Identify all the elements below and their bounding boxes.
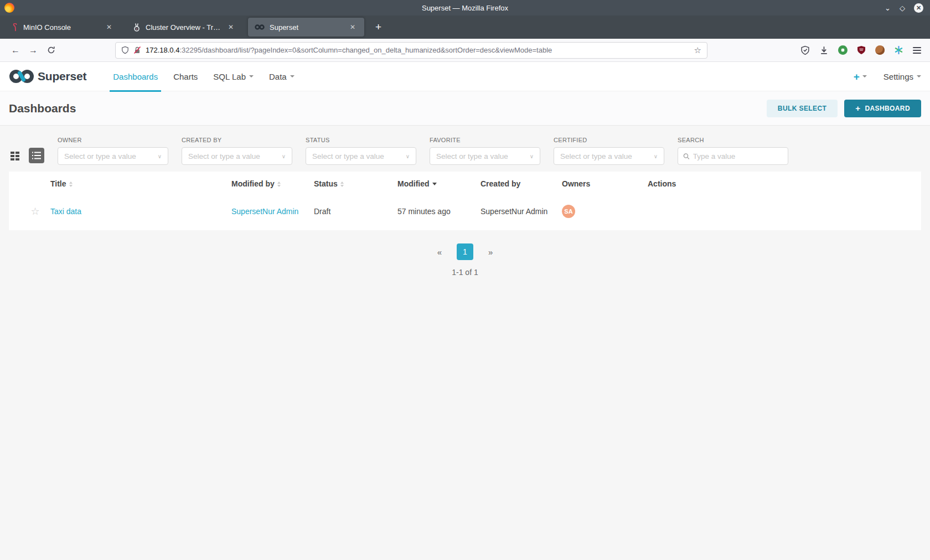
sort-icons	[277, 182, 281, 187]
user-link[interactable]: SupersetNur Admin	[231, 207, 298, 216]
toolbar-extensions	[800, 45, 921, 55]
settings-menu[interactable]: Settings	[884, 72, 921, 81]
shield-check-icon[interactable]	[800, 45, 810, 55]
reload-icon	[47, 46, 55, 54]
filter-label: CREATED BY	[182, 137, 292, 143]
search-icon	[683, 153, 690, 160]
favorite-toggle[interactable]: ☆	[9, 196, 50, 227]
column-label: Modified	[397, 179, 430, 188]
colorful-asterisk-extension-icon[interactable]	[894, 45, 903, 55]
nav-item-sql-lab[interactable]: SQL Lab	[205, 62, 261, 91]
cell-status: Draft	[314, 196, 397, 227]
filter-created-by: CREATED BY Select or type a value ∨	[182, 137, 292, 165]
next-page-button[interactable]: »	[488, 247, 493, 257]
cell-modified-by[interactable]: SupersetNur Admin	[231, 196, 314, 227]
new-dashboard-button[interactable]: + DASHBOARD	[844, 100, 921, 117]
cookie-extension-icon[interactable]	[875, 45, 885, 55]
column-label: Actions	[648, 179, 676, 188]
column-label: Owners	[562, 179, 590, 188]
tab-label: Cluster Overview - Trino	[146, 23, 221, 32]
chevron-down-icon: ∨	[158, 153, 162, 159]
extension-green-icon[interactable]	[838, 45, 848, 55]
sort-icons	[340, 182, 344, 187]
nav-label: Dashboards	[113, 72, 158, 81]
filter-status: STATUS Select or type a value ∨	[306, 137, 416, 165]
ublock-shield-icon[interactable]	[857, 45, 866, 55]
filter-search: SEARCH	[678, 137, 788, 165]
maximize-icon[interactable]: ◇	[900, 4, 905, 12]
superset-logo-infinity-icon	[9, 69, 34, 84]
list-view-icon-active[interactable]	[29, 148, 44, 163]
chevron-down-icon: ∨	[530, 153, 534, 159]
bulk-select-button[interactable]: BULK SELECT	[767, 100, 838, 117]
cell-created-by: SupersetNur Admin	[480, 196, 562, 227]
menu-hamburger-icon[interactable]	[913, 47, 921, 54]
superset-brand[interactable]: Superset	[9, 69, 86, 84]
tracking-shield-icon	[121, 46, 129, 54]
new-dashboard-label: DASHBOARD	[865, 105, 910, 112]
header-title[interactable]: Title	[50, 172, 231, 196]
bookmark-star-icon[interactable]: ☆	[694, 45, 701, 55]
tab-close-icon[interactable]: ✕	[104, 22, 114, 32]
header-favorite-column	[9, 172, 50, 196]
certified-select[interactable]: Select or type a value ∨	[554, 147, 664, 165]
sort-desc-icon	[432, 183, 437, 185]
card-view-icon[interactable]	[10, 151, 20, 161]
header-owners: Owners	[562, 172, 648, 196]
tab-label: Superset	[270, 23, 343, 32]
column-label: Status	[314, 179, 338, 188]
page-title: Dashboards	[9, 102, 76, 115]
firefox-logo-icon	[4, 3, 14, 13]
filter-label: SEARCH	[678, 137, 788, 143]
tab-superset-active[interactable]: Superset ✕	[248, 18, 364, 37]
chevron-down-icon	[917, 75, 921, 77]
owner-avatar[interactable]: SA	[562, 205, 575, 218]
close-window-icon[interactable]: ✕	[914, 3, 923, 13]
tab-minio-console[interactable]: MinIO Console ✕	[4, 18, 121, 37]
filter-label: FAVORITE	[430, 137, 540, 143]
plus-icon: +	[854, 71, 860, 82]
nav-right-section: + Settings	[854, 71, 921, 82]
filter-favorite: FAVORITE Select or type a value ∨	[430, 137, 540, 165]
pagination: « 1 »	[0, 243, 930, 260]
sort-icons	[69, 182, 73, 187]
nav-label: Data	[269, 72, 287, 81]
search-input[interactable]	[693, 152, 783, 160]
status-select[interactable]: Select or type a value ∨	[306, 147, 416, 165]
dashboard-link[interactable]: Taxi data	[50, 207, 81, 216]
tab-close-icon[interactable]: ✕	[226, 22, 236, 32]
forward-button[interactable]: →	[24, 42, 42, 59]
new-tab-button[interactable]: +	[370, 21, 387, 33]
pagination-summary: 1-1 of 1	[0, 268, 930, 277]
favorite-select[interactable]: Select or type a value ∨	[430, 147, 540, 165]
header-status[interactable]: Status	[314, 172, 397, 196]
nav-label: Charts	[173, 72, 198, 81]
created-by-select[interactable]: Select or type a value ∨	[182, 147, 292, 165]
new-item-plus-button[interactable]: +	[854, 71, 867, 82]
tab-close-icon[interactable]: ✕	[348, 22, 358, 32]
back-button[interactable]: ←	[7, 42, 24, 59]
chevron-down-icon: ∨	[406, 153, 410, 159]
browser-toolbar: ← → 172.18.0.4:32295/dashboard/list/?pag…	[0, 39, 930, 62]
page-1-button[interactable]: 1	[457, 243, 473, 260]
owner-select[interactable]: Select or type a value ∨	[58, 147, 168, 165]
column-label: Modified by	[231, 179, 275, 188]
previous-page-button[interactable]: «	[437, 247, 442, 257]
header-actions: BULK SELECT + DASHBOARD	[767, 100, 921, 117]
filter-certified: CERTIFIED Select or type a value ∨	[554, 137, 664, 165]
chevron-down-icon	[290, 75, 294, 77]
header-modified[interactable]: Modified	[397, 172, 480, 196]
select-placeholder: Select or type a value	[312, 152, 384, 160]
minimize-icon[interactable]: ⌄	[885, 4, 891, 12]
nav-item-data[interactable]: Data	[261, 62, 302, 91]
tab-trino-cluster-overview[interactable]: Cluster Overview - Trino ✕	[126, 18, 242, 37]
download-icon[interactable]	[819, 45, 829, 55]
nav-item-dashboards[interactable]: Dashboards	[105, 62, 166, 91]
filter-bar: OWNER Select or type a value ∨ CREATED B…	[0, 126, 930, 165]
header-modified-by[interactable]: Modified by	[231, 172, 314, 196]
reload-button[interactable]	[42, 42, 60, 59]
url-bar[interactable]: 172.18.0.4:32295/dashboard/list/?pageInd…	[115, 42, 707, 59]
select-placeholder: Select or type a value	[436, 152, 508, 160]
cell-title[interactable]: Taxi data	[50, 196, 231, 227]
nav-item-charts[interactable]: Charts	[166, 62, 205, 91]
